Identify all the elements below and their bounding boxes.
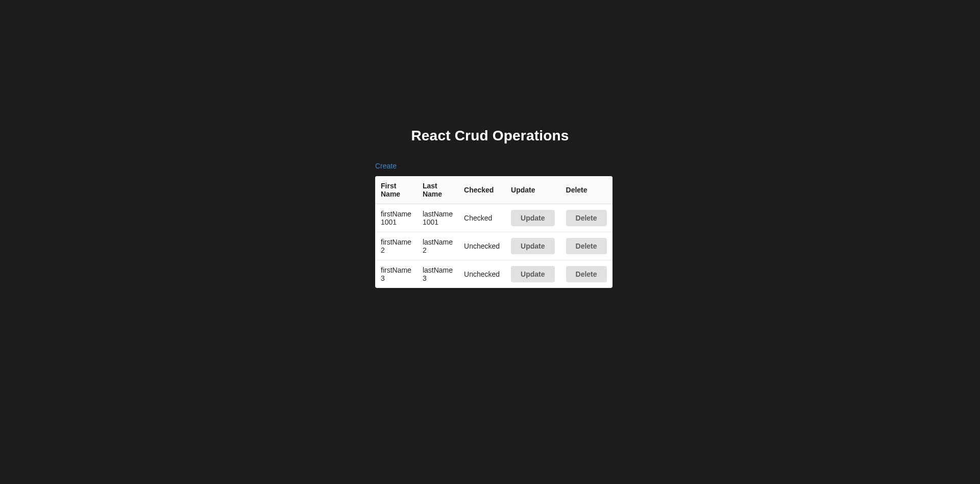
col-first-name: First Name	[375, 176, 417, 204]
table-row: firstName 2lastName 2UncheckedUpdateDele…	[375, 232, 612, 260]
delete-button[interactable]: Delete	[566, 210, 607, 226]
cell-checked: Checked	[458, 204, 505, 232]
cell-last-name: lastName 1001	[417, 204, 458, 232]
col-update: Update	[505, 176, 560, 204]
cell-first-name: firstName 2	[375, 232, 417, 260]
cell-first-name: firstName 3	[375, 260, 417, 288]
delete-button[interactable]: Delete	[566, 238, 607, 254]
cell-delete: Delete	[560, 260, 612, 288]
delete-button[interactable]: Delete	[566, 266, 607, 282]
cell-delete: Delete	[560, 204, 612, 232]
cell-update: Update	[505, 204, 560, 232]
cell-checked: Unchecked	[458, 232, 505, 260]
cell-checked: Unchecked	[458, 260, 505, 288]
table-row: firstName 1001lastName 1001CheckedUpdate…	[375, 204, 612, 232]
cell-first-name: firstName 1001	[375, 204, 417, 232]
col-delete: Delete	[560, 176, 612, 204]
col-checked: Checked	[458, 176, 505, 204]
main-container: React Crud Operations Create First Name …	[375, 128, 605, 288]
table-header-row: First Name Last Name Checked Update Dele…	[375, 176, 612, 204]
cell-update: Update	[505, 260, 560, 288]
table-row: firstName 3lastName 3UncheckedUpdateDele…	[375, 260, 612, 288]
data-table: First Name Last Name Checked Update Dele…	[375, 176, 612, 288]
cell-update: Update	[505, 232, 560, 260]
col-last-name: Last Name	[417, 176, 458, 204]
update-button[interactable]: Update	[511, 210, 554, 226]
cell-last-name: lastName 2	[417, 232, 458, 260]
update-button[interactable]: Update	[511, 266, 554, 282]
page-title: React Crud Operations	[375, 128, 605, 144]
create-link[interactable]: Create	[375, 162, 397, 170]
update-button[interactable]: Update	[511, 238, 554, 254]
cell-delete: Delete	[560, 232, 612, 260]
cell-last-name: lastName 3	[417, 260, 458, 288]
